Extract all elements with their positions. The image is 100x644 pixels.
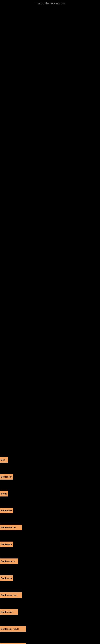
list-item: Bottleneck — [0, 570, 100, 586]
result-bar-8[interactable]: Bottleneck — [0, 575, 13, 581]
list-item: Bottleneck resu — [0, 587, 100, 603]
list-item: Bottleneck result — [0, 621, 100, 637]
list-item: Bottleneck — [0, 536, 100, 553]
result-bar-7[interactable]: Bottleneck re — [0, 558, 18, 564]
list-item: Bottleneck — [0, 468, 100, 485]
site-title: TheBottlenecker.com — [0, 0, 100, 7]
chart-area — [0, 7, 100, 450]
result-bar-6[interactable]: Bottleneck — [0, 542, 13, 547]
list-item: Bott — [0, 452, 100, 468]
result-bar-12[interactable]: Bottleneck result — [0, 643, 26, 644]
result-bar-1[interactable]: Bott — [0, 457, 8, 463]
list-item: Bottleneck result — [0, 638, 100, 644]
page-wrapper: TheBottlenecker.com BottBottleneckBottle… — [0, 0, 100, 644]
results-section: BottBottleneckBottleBottleneckBottleneck… — [0, 450, 100, 644]
result-bar-5[interactable]: Bottleneck res — [0, 525, 22, 530]
list-item: Bottleneck r — [0, 604, 100, 620]
list-item: Bottleneck — [0, 502, 100, 519]
result-bar-10[interactable]: Bottleneck r — [0, 609, 18, 615]
site-header: TheBottlenecker.com — [0, 0, 100, 7]
list-item: Bottle — [0, 486, 100, 502]
list-item: Bottleneck res — [0, 519, 100, 536]
result-bar-11[interactable]: Bottleneck result — [0, 626, 26, 632]
result-bar-2[interactable]: Bottleneck — [0, 474, 13, 480]
result-bar-9[interactable]: Bottleneck resu — [0, 592, 22, 598]
list-item: Bottleneck re — [0, 553, 100, 570]
result-bar-4[interactable]: Bottleneck — [0, 508, 13, 514]
result-bar-3[interactable]: Bottle — [0, 491, 8, 496]
